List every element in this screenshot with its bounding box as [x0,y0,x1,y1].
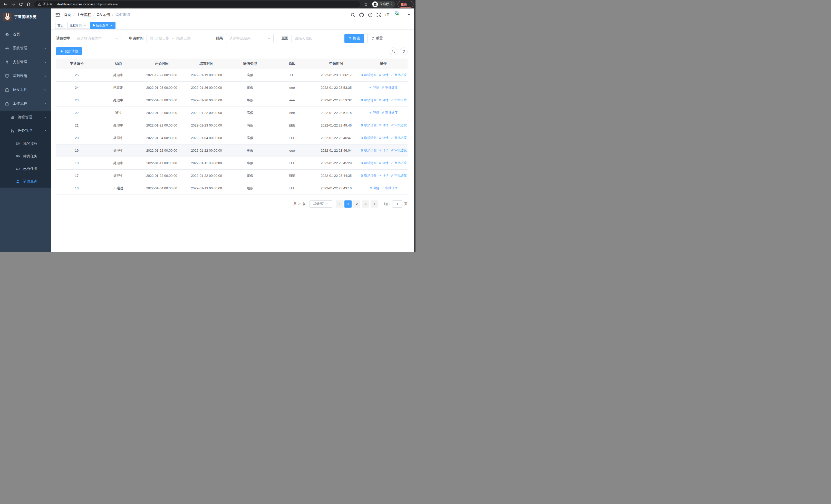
address-bar[interactable]: 不安全 dashboard.yudao.iocoder.cn/bpm/oa/le… [34,1,360,7]
browser-menu-icon[interactable] [409,3,410,6]
detail-link[interactable]: 详情 [378,161,389,165]
filter-bar: 请假类型 请选择请假类型 申请时间 开始日期 - 结束日期 [56,34,407,43]
github-icon[interactable] [359,12,364,18]
trash-icon [360,98,364,101]
reload-icon[interactable] [18,1,24,8]
sidebar-item-todo-tasks[interactable]: 待办任务 [0,150,51,162]
close-icon[interactable]: × [83,24,87,27]
apply-time-range-picker[interactable]: 开始日期 - 结束日期 [147,34,208,43]
breadcrumb: 首页 / 工作流程 / OA 示例 / 请假查询 [64,12,347,17]
cancel-leave-link[interactable]: 取消请假 [360,148,376,153]
sidebar-item-workflow[interactable]: 工作流程 [0,97,51,111]
detail-link[interactable]: 详情 [378,174,389,178]
eye-icon [369,186,372,190]
detail-link[interactable]: 详情 [369,111,379,115]
breadcrumb-item[interactable]: 首页 [64,12,71,17]
sidebar-item-system[interactable]: 系统管理 [0,41,51,55]
page-button-1[interactable]: 1 [344,200,352,208]
approval-progress-link[interactable]: 审批进度 [391,174,407,178]
forward-icon[interactable] [10,1,17,8]
bookmark-star-icon[interactable] [363,1,369,8]
font-size-icon[interactable]: TT [385,12,389,18]
window-scrollbar[interactable] [414,8,416,252]
prev-page-button[interactable] [336,200,343,208]
breadcrumb-separator: / [74,13,75,17]
pencil-icon [381,186,384,190]
sidebar-item-devtools[interactable]: 研发工具 [0,83,51,97]
search-icon [392,50,395,53]
sidebar-item-leave-query[interactable]: 请假查询 [0,175,51,187]
chevron-up-icon [44,129,47,132]
reason-input[interactable] [295,36,336,40]
avatar[interactable] [394,10,404,20]
cancel-leave-link[interactable]: 取消请假 [360,123,376,127]
next-page-button[interactable] [371,200,378,208]
cancel-leave-link[interactable]: 取消请假 [360,98,376,102]
detail-link[interactable]: 详情 [369,186,379,190]
tab-process-detail[interactable]: 流程详情 × [67,22,89,29]
detail-link[interactable]: 详情 [378,136,389,140]
detail-link[interactable]: 详情 [378,73,389,77]
page-button-3[interactable]: 3 [362,200,369,208]
tree-list-icon [10,115,15,120]
cancel-leave-link[interactable]: 取消请假 [360,136,376,140]
approval-progress-link[interactable]: 审批进度 [391,136,407,140]
update-button[interactable]: 更新 [398,1,413,8]
col-header: 状态 [97,59,139,69]
cancel-leave-link[interactable]: 取消请假 [360,174,376,178]
refresh-table-button[interactable] [400,48,407,55]
sidebar-toggle-icon[interactable] [55,12,60,17]
avatar-caret-icon[interactable] [408,14,410,17]
cancel-leave-link[interactable]: 取消请假 [360,161,376,165]
tab-home[interactable]: 首页 [55,22,66,29]
detail-link[interactable]: 详情 [378,123,389,127]
fullscreen-icon[interactable] [376,12,381,17]
sidebar-item-label: 首页 [13,32,47,37]
search-button[interactable]: 搜索 [344,34,364,43]
breadcrumb-item[interactable]: OA 示例 [97,12,110,17]
cancel-leave-link[interactable]: 取消请假 [360,73,376,77]
detail-link[interactable]: 详情 [378,148,389,153]
reset-button[interactable]: 重置 [367,34,387,43]
goto-page-input[interactable] [392,200,402,208]
page-button-2[interactable]: 2 [353,200,360,208]
sidebar-item-payment[interactable]: ¥ 支付管理 [0,55,51,69]
approval-progress-link[interactable]: 审批进度 [391,123,407,127]
approval-progress-link[interactable]: 审批进度 [381,186,398,190]
browser-toolbar: 不安全 dashboard.yudao.iocoder.cn/bpm/oa/le… [0,0,416,8]
chevron-down-icon [44,47,47,50]
approval-progress-link[interactable]: 审批进度 [391,73,407,77]
back-icon[interactable] [2,1,9,8]
page-size-select[interactable]: 10条/页 [309,200,332,208]
create-leave-button[interactable]: 发起请假 [56,47,82,55]
sidebar-item-process-mgmt[interactable]: 流程管理 [0,111,51,124]
sidebar-item-task-mgmt[interactable]: 任务管理 [0,124,51,137]
trash-icon [360,174,364,177]
table-row: 25处理中2021-12-27 00:00:002022-01-19 00:00… [56,69,407,81]
detail-link[interactable]: 详情 [378,98,389,102]
sidebar-item-my-process[interactable]: 我的流程 [0,137,51,150]
sidebar-item-done-tasks[interactable]: 已办任务 [0,162,51,175]
search-icon[interactable] [350,12,355,17]
detail-link[interactable]: 详情 [369,85,379,90]
breadcrumb-item[interactable]: 工作流程 [77,12,91,17]
sidebar-item-label: 系统管理 [13,46,40,51]
app-logo[interactable]: 芋道管理系统 [0,8,51,25]
logo-image [3,12,11,21]
result-select[interactable]: 请选择流结果 [226,34,274,43]
leave-type-label: 请假类型 [56,36,70,41]
help-icon[interactable] [368,12,373,17]
sidebar-item-home[interactable]: 首页 [0,27,51,41]
approval-progress-link[interactable]: 审批进度 [381,111,398,115]
sidebar-item-infrastructure[interactable]: 基础设施 [0,69,51,83]
tab-leave-query[interactable]: 请假查询 × [90,22,115,29]
leave-type-select[interactable]: 请选择请假类型 [74,34,121,43]
home-icon[interactable] [25,1,32,8]
approval-progress-link[interactable]: 审批进度 [391,148,407,153]
close-icon[interactable]: × [110,24,113,27]
approval-progress-link[interactable]: 审批进度 [391,98,407,102]
trash-icon [360,149,364,152]
approval-progress-link[interactable]: 审批进度 [381,85,398,90]
approval-progress-link[interactable]: 审批进度 [391,161,407,165]
toggle-search-button[interactable] [390,48,397,55]
